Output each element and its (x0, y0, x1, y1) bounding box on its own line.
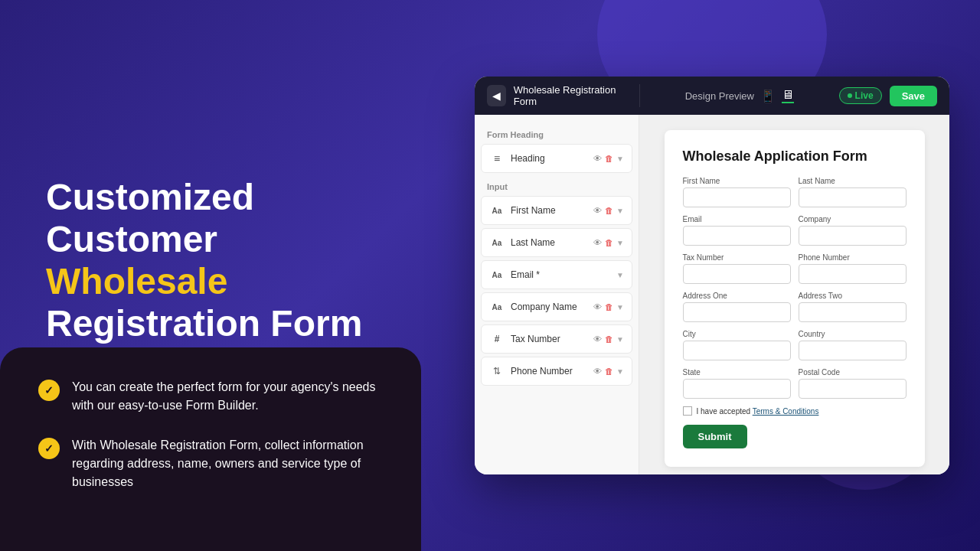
eye-icon-heading[interactable]: 👁 (593, 154, 602, 163)
header-right: Live Save (839, 86, 937, 106)
eye-icon-company[interactable]: 👁 (593, 302, 602, 311)
tax-icon: # (489, 331, 505, 347)
mockup-header: ◀ Wholesale Registration Form Design Pre… (475, 77, 949, 115)
eye-icon-lastname[interactable]: 👁 (593, 238, 602, 247)
main-heading: Customized Customer Wholesale Registrati… (46, 176, 398, 345)
sidebar-item-company[interactable]: Aa Company Name 👁 🗑 ▼ (481, 292, 632, 321)
label-address2: Address Two (799, 292, 906, 300)
live-badge: Live (839, 87, 882, 104)
delete-icon-phone[interactable]: 🗑 (605, 367, 613, 376)
field-postal: Postal Code (799, 368, 906, 399)
chevron-email[interactable]: ▼ (616, 271, 624, 279)
delete-icon-company[interactable]: 🗑 (605, 302, 613, 311)
label-company: Company (799, 215, 906, 223)
input-address1[interactable] (683, 302, 791, 322)
email-icon: Aa (489, 267, 505, 282)
chevron-phone[interactable]: ▼ (616, 367, 624, 376)
input-postal[interactable] (799, 379, 906, 399)
input-country[interactable] (799, 341, 906, 360)
label-address1: Address One (683, 292, 791, 300)
eye-icon-phone[interactable]: 👁 (593, 367, 602, 376)
bullet-item-2: ✓ With Wholesale Registration Form, coll… (38, 436, 383, 491)
email-actions: ▼ (616, 271, 624, 279)
field-state: State (683, 368, 791, 399)
chevron-tax[interactable]: ▼ (616, 335, 624, 344)
bullet-item-1: ✓ You can create the perfect form for yo… (38, 378, 383, 415)
field-country: Country (799, 330, 906, 360)
save-button[interactable]: Save (890, 86, 937, 106)
label-state: State (683, 368, 791, 377)
firstname-icon: Aa (489, 203, 505, 218)
terms-text: I have accepted Terms & Conditions (697, 407, 819, 416)
dark-card: ✓ You can create the perfect form for yo… (0, 347, 421, 551)
field-address1: Address One (683, 292, 791, 322)
label-phone: Phone Number (799, 253, 906, 262)
form-preview-area: Wholesale Application Form First Name La… (639, 115, 949, 474)
desktop-icon[interactable]: 🖥 (782, 88, 794, 103)
field-city: City (683, 330, 791, 360)
input-lastname[interactable] (799, 187, 906, 207)
field-lastname: Last Name (799, 177, 906, 207)
heading-actions: 👁 🗑 ▼ (593, 154, 624, 163)
delete-icon-firstname[interactable]: 🗑 (605, 206, 613, 215)
label-postal: Postal Code (799, 368, 906, 377)
label-email: Email (683, 215, 791, 223)
form-fields-grid: First Name Last Name Email Company (683, 177, 906, 399)
lastname-icon: Aa (489, 235, 505, 250)
label-lastname: Last Name (799, 177, 906, 185)
delete-icon-heading[interactable]: 🗑 (605, 154, 613, 163)
terms-checkbox[interactable] (683, 406, 692, 416)
chevron-icon-heading[interactable]: ▼ (616, 155, 624, 163)
field-email: Email (683, 215, 791, 246)
tax-label: Tax Number (511, 334, 587, 344)
input-email[interactable] (683, 226, 791, 246)
label-tax: Tax Number (683, 253, 791, 262)
input-state[interactable] (683, 379, 791, 399)
company-label: Company Name (511, 302, 587, 312)
input-firstname[interactable] (683, 187, 791, 207)
field-tax: Tax Number (683, 253, 791, 284)
phone-label: Phone Number (511, 366, 587, 377)
chevron-company[interactable]: ▼ (616, 303, 624, 311)
label-country: Country (799, 330, 906, 338)
sidebar-item-heading[interactable]: ≡ Heading 👁 🗑 ▼ (481, 144, 632, 173)
input-tax[interactable] (683, 264, 791, 284)
label-firstname: First Name (683, 177, 791, 185)
header-center: Design Preview 📱 🖥 (640, 88, 839, 103)
phone-icon: ⇅ (489, 364, 505, 379)
form-title-header: Wholesale Registration Form (514, 84, 627, 107)
heading-field-label: Heading (511, 153, 587, 164)
field-firstname: First Name (683, 177, 791, 207)
eye-icon-firstname[interactable]: 👁 (593, 206, 602, 215)
delete-icon-lastname[interactable]: 🗑 (605, 238, 613, 247)
input-phone[interactable] (799, 264, 906, 284)
sidebar-item-email[interactable]: Aa Email * ▼ (481, 260, 632, 289)
input-company[interactable] (799, 226, 906, 246)
delete-icon-tax[interactable]: 🗑 (605, 334, 613, 344)
chevron-firstname[interactable]: ▼ (616, 207, 624, 215)
firstname-actions: 👁 🗑 ▼ (593, 206, 624, 215)
terms-link[interactable]: Terms & Conditions (753, 407, 819, 416)
heading-field-icon: ≡ (489, 151, 505, 166)
field-phone: Phone Number (799, 253, 906, 284)
input-address2[interactable] (799, 302, 906, 322)
sidebar-item-tax[interactable]: # Tax Number 👁 🗑 ▼ (481, 324, 632, 354)
sidebar-item-phone[interactable]: ⇅ Phone Number 👁 🗑 ▼ (481, 357, 632, 386)
sidebar-item-lastname[interactable]: Aa Last Name 👁 🗑 ▼ (481, 228, 632, 257)
header-left: ◀ Wholesale Registration Form (487, 84, 640, 107)
live-dot (848, 93, 852, 98)
input-city[interactable] (683, 341, 791, 360)
field-company: Company (799, 215, 906, 246)
design-preview-text: Design Preview (685, 90, 754, 102)
mobile-icon[interactable]: 📱 (760, 89, 776, 103)
checkmark-icon-2: ✓ (38, 438, 60, 459)
back-icon[interactable]: ◀ (487, 85, 506, 106)
sidebar-item-firstname[interactable]: Aa First Name 👁 🗑 ▼ (481, 196, 632, 225)
chevron-lastname[interactable]: ▼ (616, 239, 624, 247)
eye-icon-tax[interactable]: 👁 (593, 334, 602, 344)
submit-button[interactable]: Submit (683, 425, 747, 448)
ui-mockup: ◀ Wholesale Registration Form Design Pre… (475, 77, 949, 474)
mockup-body: Form Heading ≡ Heading 👁 🗑 ▼ Input Aa Fi… (475, 115, 949, 474)
company-icon: Aa (489, 299, 505, 315)
lastname-label: Last Name (511, 237, 587, 248)
